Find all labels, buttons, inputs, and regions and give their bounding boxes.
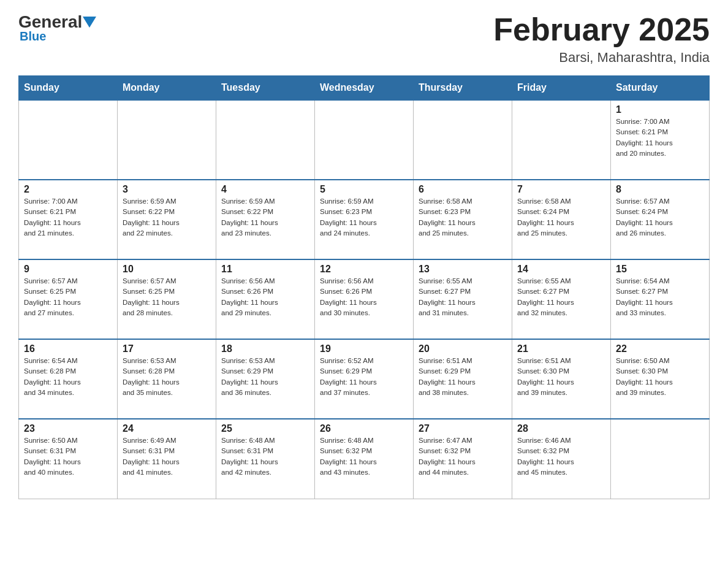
day-info: Sunrise: 6:51 AM Sunset: 6:29 PM Dayligh… <box>419 356 507 398</box>
day-info: Sunrise: 6:58 AM Sunset: 6:24 PM Dayligh… <box>517 196 605 239</box>
day-info: Sunrise: 6:56 AM Sunset: 6:26 PM Dayligh… <box>320 276 408 318</box>
col-header-friday: Friday <box>512 76 611 101</box>
col-header-tuesday: Tuesday <box>216 76 315 101</box>
day-cell <box>315 100 414 180</box>
day-cell: 11Sunrise: 6:56 AM Sunset: 6:26 PM Dayli… <box>216 259 315 339</box>
calendar-header-row: SundayMondayTuesdayWednesdayThursdayFrid… <box>19 76 710 101</box>
day-cell: 18Sunrise: 6:53 AM Sunset: 6:29 PM Dayli… <box>216 339 315 419</box>
day-number: 28 <box>517 423 605 434</box>
day-number: 4 <box>221 184 309 195</box>
day-info: Sunrise: 6:54 AM Sunset: 6:28 PM Dayligh… <box>24 356 112 398</box>
day-info: Sunrise: 6:47 AM Sunset: 6:32 PM Dayligh… <box>419 435 507 478</box>
day-number: 16 <box>24 343 112 354</box>
col-header-sunday: Sunday <box>19 76 118 101</box>
day-info: Sunrise: 6:57 AM Sunset: 6:25 PM Dayligh… <box>123 276 211 318</box>
day-number: 6 <box>419 184 507 195</box>
day-info: Sunrise: 6:50 AM Sunset: 6:30 PM Dayligh… <box>616 356 704 398</box>
day-info: Sunrise: 6:53 AM Sunset: 6:28 PM Dayligh… <box>123 356 211 398</box>
calendar-table: SundayMondayTuesdayWednesdayThursdayFrid… <box>18 75 710 499</box>
day-cell: 27Sunrise: 6:47 AM Sunset: 6:32 PM Dayli… <box>414 419 512 499</box>
day-cell: 23Sunrise: 6:50 AM Sunset: 6:31 PM Dayli… <box>19 419 118 499</box>
day-info: Sunrise: 6:57 AM Sunset: 6:25 PM Dayligh… <box>24 276 112 318</box>
day-cell: 15Sunrise: 6:54 AM Sunset: 6:27 PM Dayli… <box>611 259 710 339</box>
day-info: Sunrise: 6:59 AM Sunset: 6:22 PM Dayligh… <box>123 196 211 239</box>
day-cell: 2Sunrise: 7:00 AM Sunset: 6:21 PM Daylig… <box>19 180 118 259</box>
day-info: Sunrise: 6:54 AM Sunset: 6:27 PM Dayligh… <box>616 276 704 318</box>
week-row-2: 2Sunrise: 7:00 AM Sunset: 6:21 PM Daylig… <box>19 180 710 259</box>
day-cell: 13Sunrise: 6:55 AM Sunset: 6:27 PM Dayli… <box>414 259 512 339</box>
day-info: Sunrise: 7:00 AM Sunset: 6:21 PM Dayligh… <box>24 196 112 239</box>
day-info: Sunrise: 6:48 AM Sunset: 6:31 PM Dayligh… <box>221 435 309 478</box>
day-info: Sunrise: 6:53 AM Sunset: 6:29 PM Dayligh… <box>221 356 309 398</box>
week-row-1: 1Sunrise: 7:00 AM Sunset: 6:21 PM Daylig… <box>19 100 710 180</box>
day-info: Sunrise: 6:55 AM Sunset: 6:27 PM Dayligh… <box>517 276 605 318</box>
day-number: 9 <box>24 264 112 275</box>
day-number: 10 <box>123 264 211 275</box>
day-cell: 12Sunrise: 6:56 AM Sunset: 6:26 PM Dayli… <box>315 259 414 339</box>
logo-blue-text: Blue <box>20 29 46 44</box>
col-header-wednesday: Wednesday <box>315 76 414 101</box>
logo-triangle-icon <box>83 17 96 28</box>
day-cell: 28Sunrise: 6:46 AM Sunset: 6:32 PM Dayli… <box>512 419 611 499</box>
svg-marker-0 <box>83 17 96 28</box>
day-number: 2 <box>24 184 112 195</box>
day-number: 14 <box>517 264 605 275</box>
col-header-thursday: Thursday <box>414 76 512 101</box>
day-number: 18 <box>221 343 309 354</box>
day-number: 20 <box>419 343 507 354</box>
day-info: Sunrise: 6:58 AM Sunset: 6:23 PM Dayligh… <box>419 196 507 239</box>
day-cell: 17Sunrise: 6:53 AM Sunset: 6:28 PM Dayli… <box>118 339 216 419</box>
day-info: Sunrise: 6:56 AM Sunset: 6:26 PM Dayligh… <box>221 276 309 318</box>
page-header: General Blue February 2025 Barsi, Mahara… <box>18 12 710 66</box>
day-number: 13 <box>419 264 507 275</box>
calendar-subtitle: Barsi, Maharashtra, India <box>493 50 710 66</box>
day-cell: 26Sunrise: 6:48 AM Sunset: 6:32 PM Dayli… <box>315 419 414 499</box>
logo: General Blue <box>18 12 97 44</box>
day-number: 26 <box>320 423 408 434</box>
day-number: 15 <box>616 264 704 275</box>
day-info: Sunrise: 6:55 AM Sunset: 6:27 PM Dayligh… <box>419 276 507 318</box>
day-cell: 6Sunrise: 6:58 AM Sunset: 6:23 PM Daylig… <box>414 180 512 259</box>
day-cell <box>118 100 216 180</box>
day-number: 7 <box>517 184 605 195</box>
day-number: 17 <box>123 343 211 354</box>
day-cell <box>216 100 315 180</box>
day-cell: 25Sunrise: 6:48 AM Sunset: 6:31 PM Dayli… <box>216 419 315 499</box>
day-number: 27 <box>419 423 507 434</box>
day-cell: 19Sunrise: 6:52 AM Sunset: 6:29 PM Dayli… <box>315 339 414 419</box>
day-cell: 24Sunrise: 6:49 AM Sunset: 6:31 PM Dayli… <box>118 419 216 499</box>
day-info: Sunrise: 6:46 AM Sunset: 6:32 PM Dayligh… <box>517 435 605 478</box>
day-number: 1 <box>616 104 704 115</box>
day-number: 5 <box>320 184 408 195</box>
day-number: 8 <box>616 184 704 195</box>
day-number: 11 <box>221 264 309 275</box>
day-cell: 22Sunrise: 6:50 AM Sunset: 6:30 PM Dayli… <box>611 339 710 419</box>
day-cell: 20Sunrise: 6:51 AM Sunset: 6:29 PM Dayli… <box>414 339 512 419</box>
day-cell <box>512 100 611 180</box>
day-cell: 1Sunrise: 7:00 AM Sunset: 6:21 PM Daylig… <box>611 100 710 180</box>
day-cell: 3Sunrise: 6:59 AM Sunset: 6:22 PM Daylig… <box>118 180 216 259</box>
calendar-title: February 2025 <box>493 12 710 47</box>
day-cell: 4Sunrise: 6:59 AM Sunset: 6:22 PM Daylig… <box>216 180 315 259</box>
week-row-3: 9Sunrise: 6:57 AM Sunset: 6:25 PM Daylig… <box>19 259 710 339</box>
title-area: February 2025 Barsi, Maharashtra, India <box>493 12 710 66</box>
day-number: 24 <box>123 423 211 434</box>
day-cell: 8Sunrise: 6:57 AM Sunset: 6:24 PM Daylig… <box>611 180 710 259</box>
day-info: Sunrise: 6:59 AM Sunset: 6:22 PM Dayligh… <box>221 196 309 239</box>
day-info: Sunrise: 6:50 AM Sunset: 6:31 PM Dayligh… <box>24 435 112 478</box>
week-row-5: 23Sunrise: 6:50 AM Sunset: 6:31 PM Dayli… <box>19 419 710 499</box>
day-cell: 16Sunrise: 6:54 AM Sunset: 6:28 PM Dayli… <box>19 339 118 419</box>
day-number: 3 <box>123 184 211 195</box>
day-info: Sunrise: 6:59 AM Sunset: 6:23 PM Dayligh… <box>320 196 408 239</box>
col-header-saturday: Saturday <box>611 76 710 101</box>
day-info: Sunrise: 6:48 AM Sunset: 6:32 PM Dayligh… <box>320 435 408 478</box>
day-number: 19 <box>320 343 408 354</box>
week-row-4: 16Sunrise: 6:54 AM Sunset: 6:28 PM Dayli… <box>19 339 710 419</box>
col-header-monday: Monday <box>118 76 216 101</box>
day-cell <box>414 100 512 180</box>
day-number: 22 <box>616 343 704 354</box>
day-info: Sunrise: 6:52 AM Sunset: 6:29 PM Dayligh… <box>320 356 408 398</box>
day-cell <box>611 419 710 499</box>
day-number: 12 <box>320 264 408 275</box>
day-cell <box>19 100 118 180</box>
